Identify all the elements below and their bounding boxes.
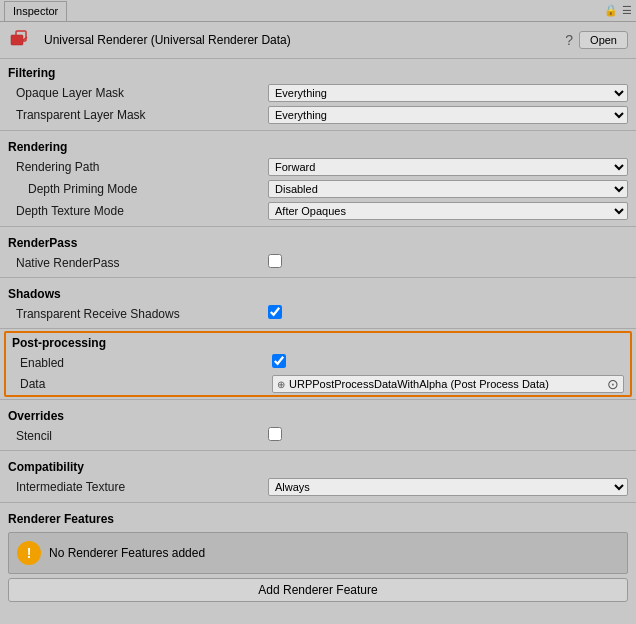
rendering-path-row: Rendering Path Forward <box>0 156 636 178</box>
overrides-section: Overrides Stencil <box>0 402 636 448</box>
transparent-receive-shadows-row: Transparent Receive Shadows <box>0 303 636 324</box>
rendering-section: Rendering Rendering Path Forward Depth P… <box>0 133 636 224</box>
divider-5 <box>0 399 636 400</box>
help-icon[interactable]: ? <box>565 32 573 48</box>
opaque-layer-mask-label: Opaque Layer Mask <box>8 86 268 100</box>
renderer-features-section: Renderer Features ! No Renderer Features… <box>0 505 636 612</box>
inspector-tab[interactable]: Inspector <box>4 1 67 21</box>
transparent-receive-shadows-checkbox[interactable] <box>268 305 282 319</box>
depth-priming-row: Depth Priming Mode Disabled <box>0 178 636 200</box>
rendering-path-control[interactable]: Forward <box>268 158 628 176</box>
native-renderpass-row: Native RenderPass <box>0 252 636 273</box>
divider-2 <box>0 226 636 227</box>
transparent-receive-shadows-control[interactable] <box>268 305 628 322</box>
tab-label: Inspector <box>13 5 58 17</box>
depth-priming-label: Depth Priming Mode <box>8 182 268 196</box>
intermediate-texture-control[interactable]: Always <box>268 478 628 496</box>
divider-7 <box>0 502 636 503</box>
native-renderpass-label: Native RenderPass <box>8 256 268 270</box>
pp-enabled-label: Enabled <box>12 356 272 370</box>
intermediate-texture-row: Intermediate Texture Always <box>0 476 636 498</box>
opaque-layer-mask-control[interactable]: Everything <box>268 84 628 102</box>
depth-priming-control[interactable]: Disabled <box>268 180 628 198</box>
stencil-control[interactable] <box>268 427 628 444</box>
divider-1 <box>0 130 636 131</box>
header-right: ? Open <box>565 31 628 49</box>
no-features-box: ! No Renderer Features added <box>8 532 628 574</box>
divider-4 <box>0 328 636 329</box>
post-processing-label: Post-processing <box>6 333 630 352</box>
transparent-layer-mask-select[interactable]: Everything <box>268 106 628 124</box>
overrides-label: Overrides <box>0 406 636 425</box>
renderpass-section: RenderPass Native RenderPass <box>0 229 636 275</box>
asset-icon: ⊕ <box>277 379 285 390</box>
add-renderer-feature-button[interactable]: Add Renderer Feature <box>8 578 628 602</box>
filtering-section: Filtering Opaque Layer Mask Everything T… <box>0 59 636 128</box>
pp-enabled-row: Enabled <box>6 352 630 373</box>
lock-icon[interactable]: 🔒 <box>604 4 618 17</box>
shadows-section: Shadows Transparent Receive Shadows <box>0 280 636 326</box>
header-title: Universal Renderer (Universal Renderer D… <box>44 33 291 47</box>
depth-texture-control[interactable]: After Opaques <box>268 202 628 220</box>
rendering-path-label: Rendering Path <box>8 160 268 174</box>
filtering-label: Filtering <box>0 63 636 82</box>
post-processing-section: Post-processing Enabled Data ⊕ URPPostPr… <box>4 331 632 397</box>
transparent-layer-mask-row: Transparent Layer Mask Everything <box>0 104 636 126</box>
native-renderpass-control[interactable] <box>268 254 628 271</box>
opaque-layer-mask-select[interactable]: Everything <box>268 84 628 102</box>
renderpass-label: RenderPass <box>0 233 636 252</box>
shadows-label: Shadows <box>0 284 636 303</box>
depth-texture-select[interactable]: After Opaques <box>268 202 628 220</box>
transparent-receive-shadows-label: Transparent Receive Shadows <box>8 307 268 321</box>
native-renderpass-checkbox[interactable] <box>268 254 282 268</box>
component-icon <box>8 26 36 54</box>
compatibility-label: Compatibility <box>0 457 636 476</box>
pp-data-asset-text: URPPostProcessDataWithAlpha (Post Proces… <box>289 378 603 390</box>
depth-priming-select[interactable]: Disabled <box>268 180 628 198</box>
pp-enabled-checkbox[interactable] <box>272 354 286 368</box>
title-bar: Inspector 🔒 ☰ <box>0 0 636 22</box>
opaque-layer-mask-row: Opaque Layer Mask Everything <box>0 82 636 104</box>
depth-texture-label: Depth Texture Mode <box>8 204 268 218</box>
pp-enabled-control[interactable] <box>272 354 624 371</box>
stencil-row: Stencil <box>0 425 636 446</box>
header: Universal Renderer (Universal Renderer D… <box>0 22 636 59</box>
stencil-label: Stencil <box>8 429 268 443</box>
asset-pick-icon[interactable]: ⊙ <box>607 376 619 392</box>
rendering-path-select[interactable]: Forward <box>268 158 628 176</box>
warning-icon: ! <box>17 541 41 565</box>
pp-data-row: Data ⊕ URPPostProcessDataWithAlpha (Post… <box>6 373 630 395</box>
depth-texture-row: Depth Texture Mode After Opaques <box>0 200 636 222</box>
transparent-layer-mask-control[interactable]: Everything <box>268 106 628 124</box>
transparent-layer-mask-label: Transparent Layer Mask <box>8 108 268 122</box>
rendering-label: Rendering <box>0 137 636 156</box>
menu-icon[interactable]: ☰ <box>622 4 632 17</box>
stencil-checkbox[interactable] <box>268 427 282 441</box>
pp-data-label: Data <box>12 377 272 391</box>
open-button[interactable]: Open <box>579 31 628 49</box>
compatibility-section: Compatibility Intermediate Texture Alway… <box>0 453 636 500</box>
divider-6 <box>0 450 636 451</box>
divider-3 <box>0 277 636 278</box>
pp-data-asset-field[interactable]: ⊕ URPPostProcessDataWithAlpha (Post Proc… <box>272 375 624 393</box>
pp-data-control[interactable]: ⊕ URPPostProcessDataWithAlpha (Post Proc… <box>272 375 624 393</box>
main-content: Filtering Opaque Layer Mask Everything T… <box>0 59 636 619</box>
no-features-text: No Renderer Features added <box>49 546 205 560</box>
renderer-features-label: Renderer Features <box>0 509 636 528</box>
intermediate-texture-label: Intermediate Texture <box>8 480 268 494</box>
intermediate-texture-select[interactable]: Always <box>268 478 628 496</box>
header-left: Universal Renderer (Universal Renderer D… <box>8 26 291 54</box>
